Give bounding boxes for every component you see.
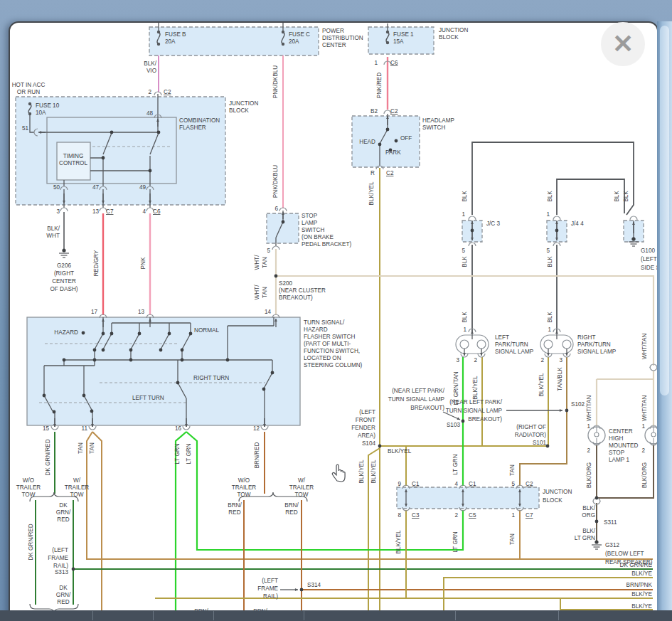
diagram-label: RIGHT <box>577 334 595 341</box>
diagram-label: POWER <box>322 28 344 34</box>
diagram-label: (PART OF MULTI- <box>304 341 351 347</box>
diagram-label: W/ <box>298 477 306 484</box>
splice-dot <box>262 388 266 391</box>
diagram-label: 2 <box>587 447 590 454</box>
fuse-terminal <box>282 43 284 46</box>
diagram-label: CENTER <box>609 428 633 435</box>
diagram-label: 49 <box>139 184 146 191</box>
diagram-label: B2 <box>370 108 378 115</box>
diagram-label: LAMP <box>302 220 318 226</box>
fuse-terminal <box>386 41 389 44</box>
close-button[interactable]: ✕ <box>601 22 645 66</box>
scrollbar-track[interactable] <box>657 21 672 621</box>
diagram-label: PARK/TURN <box>495 341 528 348</box>
diagram-label: 12 <box>253 425 260 432</box>
bottom-bar <box>0 610 672 621</box>
diagram-label: TURN SIGNAL/ <box>304 319 345 326</box>
diagram-label: 11 <box>82 425 88 432</box>
diagram-label: TRAILER <box>289 484 314 491</box>
scrollbar-thumb[interactable] <box>660 26 669 396</box>
splice-dot <box>274 275 278 278</box>
diagram-label: TURN SIGNAL LAMP <box>388 396 445 403</box>
diagram-label: S311 <box>604 519 617 526</box>
diagram-label: OF DASH) <box>50 286 78 292</box>
diagram-label: 4 <box>142 208 146 215</box>
diagram-label: FUSE 10 <box>36 102 60 109</box>
diagram-label: MOUNTED <box>609 442 638 449</box>
splice-dot <box>63 359 66 362</box>
diagram-label: HEADLAMP <box>422 117 455 124</box>
ground-dot <box>594 540 598 543</box>
diagram-label: STEERING COLUMN) <box>304 362 363 368</box>
diagram-label: SIGNAL LAMP <box>577 349 617 355</box>
diagram-label: BLK/YEL <box>472 376 479 400</box>
splice-dot <box>395 139 398 143</box>
diagram-label: 2 <box>148 89 151 95</box>
diagram-label: DK <box>59 502 68 509</box>
diagram-label: W/O <box>23 477 34 484</box>
diagram-label: CENTER <box>322 42 346 48</box>
diagram-canvas: HOT AT ALL TIMESHOT AT ALL TIMESHOT AT A… <box>9 21 658 621</box>
diagram-label: SWITCH <box>422 124 445 131</box>
terminal-arc <box>469 216 476 220</box>
diagram-label: 2 <box>474 357 477 363</box>
diagram-label: LT GRN <box>575 535 595 541</box>
diagram-label: WHT/TAN <box>641 396 648 422</box>
diagram-label: 6 <box>274 206 278 212</box>
diagram-label: 13 <box>92 208 100 215</box>
diagram-label: ORG <box>582 512 595 519</box>
splice-dot <box>546 445 550 448</box>
diagram-label: 1 <box>546 211 550 218</box>
diagram-label: S101 <box>533 440 547 446</box>
bottom-bar-separator <box>92 611 93 620</box>
diagram-label: WHT/TAN <box>586 396 592 422</box>
splice-dot <box>157 131 161 134</box>
diagram-label: PNK <box>140 257 146 269</box>
diagram-label: BLK/YEL <box>358 460 365 484</box>
diagram-label: AREA) <box>358 432 375 439</box>
diagram-label: BLK <box>462 312 468 323</box>
diagram-label: JUNCTION <box>439 27 468 33</box>
splice-dot <box>181 359 184 362</box>
splice-dot <box>189 332 193 336</box>
diagram-label: HEAD <box>359 139 375 145</box>
diagram-label: (RIGHT <box>54 270 74 277</box>
diagram-label: (BELOW LEFT <box>605 551 644 557</box>
flow-arrow-head <box>565 353 568 356</box>
ground-dot <box>631 237 635 240</box>
diagram-label: DISTRIBUTION <box>322 35 363 41</box>
terminal-arc <box>650 367 657 371</box>
diagram-label: FENDER <box>351 425 375 431</box>
splice-dot <box>138 332 142 336</box>
splice-dot <box>282 221 285 224</box>
diagram-label: STOP <box>302 213 318 219</box>
diagram-label: HOT AT ALL TIMES <box>265 21 316 22</box>
diagram-label: 14 <box>265 309 272 315</box>
splice-dot <box>595 520 599 524</box>
diagram-label: W/O <box>238 477 250 484</box>
terminal-arc <box>60 208 68 211</box>
diagram-label: TAN/BLK <box>557 367 563 391</box>
diagram-label: DK GRN/RE <box>620 562 653 568</box>
diagram-label: 5 <box>267 248 270 254</box>
splice-dot <box>102 156 105 160</box>
diagram-label: S313 <box>55 569 69 575</box>
diagram-label: 1 <box>587 423 590 430</box>
diagram-label: HIGH <box>609 435 624 442</box>
diagram-label: 2 <box>454 512 458 519</box>
fuse-terminal <box>28 112 31 115</box>
diagram-label: (ON BRAKE <box>302 234 334 240</box>
diagram-label: LT GRN <box>452 454 459 474</box>
diagram-label: HAZARD <box>304 327 328 333</box>
diagram-label: 2 <box>641 447 645 454</box>
diagram-label: PEDAL BRACKET) <box>302 241 351 248</box>
wiring-diagram: HOT AT ALL TIMESHOT AT ALL TIMESHOT AT A… <box>9 21 658 621</box>
diagram-label: C1 <box>469 481 476 487</box>
diagram-label: BLK <box>547 312 553 323</box>
bottom-bar-separator <box>213 611 214 620</box>
diagram-label: RAIL) <box>53 563 68 569</box>
diagram-label: PNK/DKBLU <box>272 165 279 198</box>
diagram-label: JUNCTION <box>543 489 572 495</box>
splice-dot <box>176 381 180 385</box>
diagram-label: 47 <box>92 184 100 191</box>
